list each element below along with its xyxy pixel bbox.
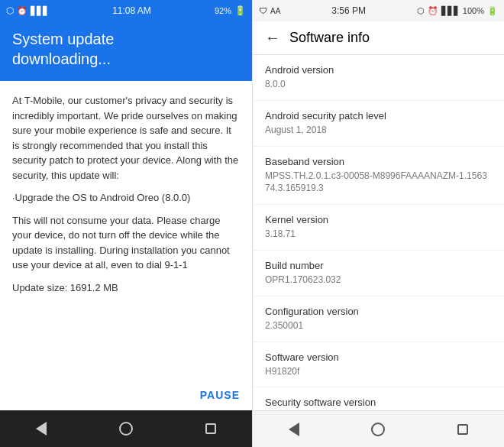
info-item-label: Security software version xyxy=(265,397,492,408)
left-status-bar: ⬡ ⏰ ▋▋▋ 11:08 AM 92% 🔋 xyxy=(0,0,252,21)
info-item-value: 3.18.71 xyxy=(265,228,492,241)
info-item-label: Android security patch level xyxy=(265,110,492,121)
info-item-value: OPR1.170623.032 xyxy=(265,274,492,287)
info-item-value: H91820f xyxy=(265,365,492,378)
info-item: Configuration version2.350001 xyxy=(253,296,504,342)
body-paragraph-1: At T-Mobile, our customer's privacy and … xyxy=(12,93,240,183)
pause-button[interactable]: PAUSE xyxy=(200,389,240,401)
recent-nav-button[interactable] xyxy=(205,423,216,434)
body-paragraph-4: Update size: 1691.2 MB xyxy=(12,280,240,296)
right-status-left-icons: 🛡 AA xyxy=(259,6,280,15)
title-line1: System update xyxy=(12,31,114,47)
page-title: Software info xyxy=(289,30,370,46)
back-nav-button[interactable] xyxy=(36,422,47,436)
signal-icon: ▋▋▋ xyxy=(31,6,49,16)
right-status-right: ⬡ ⏰ ▋▋▋ 100% 🔋 xyxy=(417,6,498,16)
right-status-bar: 🛡 AA 3:56 PM ⬡ ⏰ ▋▋▋ 100% 🔋 xyxy=(253,0,504,21)
right-clock: 3:56 PM xyxy=(331,5,366,16)
left-status-right: 92% 🔋 xyxy=(215,5,246,16)
title-line2: downloading... xyxy=(12,50,111,67)
info-item-label: Build number xyxy=(265,260,492,271)
info-list: Android version8.0.0Android security pat… xyxy=(253,55,504,410)
alarm-icon: ⏰ xyxy=(17,6,27,16)
info-item: Android security patch levelAugust 1, 20… xyxy=(253,101,504,147)
pause-button-row: PAUSE xyxy=(0,383,252,410)
info-item-value: August 1, 2018 xyxy=(265,124,492,137)
left-header: System update downloading... xyxy=(0,21,252,81)
info-item-label: Android version xyxy=(265,64,492,76)
shield-icon: 🛡 xyxy=(259,6,267,15)
right-nav-bar xyxy=(253,410,504,447)
battery-level: 92% xyxy=(215,6,231,15)
right-bluetooth-icon: ⬡ xyxy=(417,6,425,16)
info-item: Kernel version3.18.71 xyxy=(253,205,504,251)
back-arrow-button[interactable]: ← xyxy=(265,29,280,47)
right-home-nav-button[interactable] xyxy=(371,423,385,436)
info-item-label: Baseband version xyxy=(265,156,492,167)
left-nav-bar xyxy=(0,410,252,447)
update-title: System update downloading... xyxy=(12,29,240,69)
body-paragraph-3: This will not consume your data. Please … xyxy=(12,213,240,273)
info-item-value: 2.350001 xyxy=(265,319,492,332)
info-item: Security software versionMDF v2.0 Releas… xyxy=(253,387,504,410)
battery-icon: 🔋 xyxy=(234,5,246,16)
aa-icon: AA xyxy=(270,7,280,15)
left-status-icons: ⬡ ⏰ ▋▋▋ xyxy=(6,5,49,16)
right-battery-level: 100% xyxy=(463,6,484,15)
right-panel: 🛡 AA 3:56 PM ⬡ ⏰ ▋▋▋ 100% 🔋 ← Software i… xyxy=(252,0,504,447)
info-item: Baseband versionMPSS.TH.2.0.1.c3-00058-M… xyxy=(253,147,504,206)
info-item-label: Software version xyxy=(265,351,492,363)
right-signal-icon: ▋▋▋ xyxy=(441,6,460,16)
left-clock: 11:08 AM xyxy=(112,5,151,16)
info-item-label: Kernel version xyxy=(265,214,492,225)
right-recent-nav-button[interactable] xyxy=(457,424,468,435)
body-paragraph-2: ·Upgrade the OS to Android Oreo (8.0.0) xyxy=(12,190,240,206)
right-header: ← Software info xyxy=(253,21,504,55)
bluetooth-icon: ⬡ xyxy=(6,5,14,16)
right-battery-icon: 🔋 xyxy=(487,6,498,16)
info-item-value: MPSS.TH.2.0.1.c3-00058-M8996FAAAANAZM-1.… xyxy=(265,170,492,196)
left-panel: ⬡ ⏰ ▋▋▋ 11:08 AM 92% 🔋 System update dow… xyxy=(0,0,252,447)
info-item: Software versionH91820f xyxy=(253,342,504,388)
info-item: Android version8.0.0 xyxy=(253,55,504,101)
right-alarm-icon: ⏰ xyxy=(428,6,438,16)
right-back-nav-button[interactable] xyxy=(289,423,299,436)
left-content: At T-Mobile, our customer's privacy and … xyxy=(0,81,252,383)
info-item-label: Configuration version xyxy=(265,306,492,317)
home-nav-button[interactable] xyxy=(119,422,133,436)
info-item-value: 8.0.0 xyxy=(265,78,492,91)
info-item: Build numberOPR1.170623.032 xyxy=(253,251,504,296)
